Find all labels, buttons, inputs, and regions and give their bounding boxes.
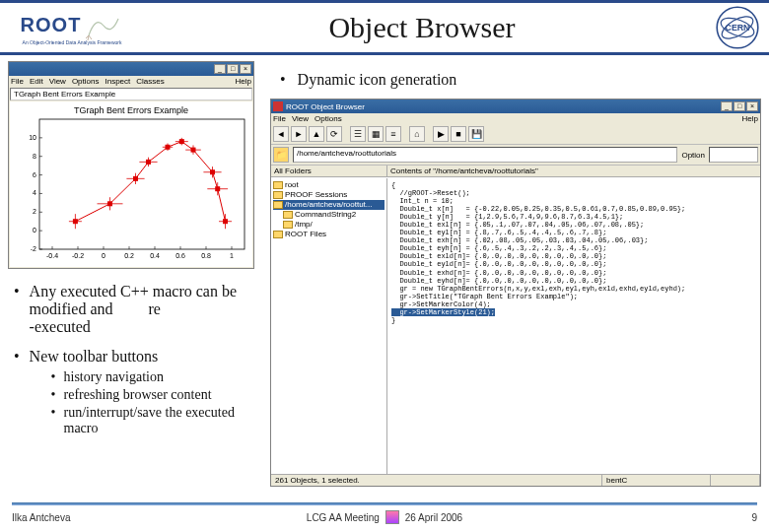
home-icon[interactable]: ⌂ [409,126,425,142]
menu-inspect[interactable]: Inspect [105,77,130,86]
left-bullets: Any executed C++ macro can be modified a… [8,283,262,450]
close-icon[interactable]: × [240,64,251,74]
tree-item[interactable]: CommandString2 [273,210,384,220]
menu-view[interactable]: View [49,77,66,86]
folder-icon [283,211,293,219]
list-view-icon[interactable]: ☰ [350,126,366,142]
bullet-toolbar: New toolbar buttons history navigation r… [14,348,262,438]
svg-text:-2: -2 [31,245,36,252]
forward-button[interactable]: ► [291,126,307,142]
svg-rect-38 [73,219,78,224]
close-icon[interactable]: × [746,101,758,111]
folder-icon [273,231,283,238]
subbullet-run: run/interrupt/save the executed macro [51,405,262,436]
tree-pane-header: All Folders [271,166,387,176]
tree-item[interactable]: /tmp/ [273,220,384,230]
menu-options[interactable]: Options [72,77,100,86]
option-label: Option [681,151,705,160]
svg-text:2: 2 [33,208,36,215]
menu-view[interactable]: View [292,114,309,123]
svg-text:0.6: 0.6 [175,252,185,259]
status-selection: bentC [602,475,711,486]
plot-area: TGraph Bent Errors Example-0.4-0.200.20.… [10,101,252,267]
svg-text:TGraph Bent Errors Example: TGraph Bent Errors Example [74,105,188,115]
menu-edit[interactable]: Edit [30,77,43,86]
address-input[interactable]: /home/antcheva/roottutorials [293,147,677,163]
root-logo-subtitle: An Object-Oriented Data Analysis Framewo… [23,40,122,45]
svg-text:-0.4: -0.4 [46,252,58,259]
svg-rect-4 [39,119,245,249]
lcg-icon [385,510,399,524]
menu-file[interactable]: File [273,114,286,123]
svg-text:1: 1 [230,252,234,259]
svg-text:4: 4 [33,189,36,196]
browser-toolbar: ◄ ► ▲ ⟳ ☰ ▦ ≡ ⌂ ▶ ■ 💾 [271,124,760,145]
folder-icon [283,221,293,229]
svg-text:10: 10 [29,134,36,141]
page-title: Object Browser [138,11,706,44]
status-objects: 261 Objects, 1 selected. [271,475,602,486]
footer-page-number: 9 [509,512,757,523]
svg-rect-53 [179,139,184,144]
graph-titlebar: _ □ × [9,62,253,76]
app-icon [273,101,283,111]
footer-date: 26 April 2006 [405,512,462,523]
browser-statusbar: 261 Objects, 1 selected. bentC [271,474,760,486]
detail-view-icon[interactable]: ≡ [385,126,401,142]
folder-tree[interactable]: rootPROOF Sessions/home/antcheva/roottut… [271,178,387,474]
interrupt-button[interactable]: ■ [451,126,466,142]
browser-title: ROOT Object Browser [286,102,365,111]
footer-author: Ilka Antcheva [12,512,260,523]
menu-help[interactable]: Help [742,114,758,123]
svg-text:0.2: 0.2 [124,252,134,259]
save-macro-button[interactable]: 💾 [468,126,484,142]
macro-code-view[interactable]: { //gROOT->Reset(); Int_t n = 10; Double… [387,178,760,474]
minimize-icon[interactable]: _ [214,64,226,74]
menu-options[interactable]: Options [315,114,342,123]
maximize-icon[interactable]: □ [227,64,239,74]
icon-view-icon[interactable]: ▦ [368,126,384,142]
canvas-title-box: TGraph Bent Errors Example [10,88,252,100]
svg-text:0.8: 0.8 [201,252,211,259]
folder-icon [273,181,283,189]
bullet-dynamic-icon: Dynamic icon generation [280,71,761,89]
tree-item[interactable]: /home/antcheva/roottut... [273,200,384,210]
folder-icon [273,201,283,209]
back-button[interactable]: ◄ [273,126,289,142]
menu-classes[interactable]: Classes [136,77,164,86]
minimize-icon[interactable]: _ [721,101,733,111]
subbullet-history: history navigation [51,369,262,385]
svg-rect-50 [166,145,171,150]
browser-menubar: File View Options Help [271,113,760,124]
svg-rect-41 [107,201,112,206]
up-button[interactable]: ▲ [309,126,324,142]
cern-logo: CERN [706,3,769,52]
bullet-macro: Any executed C++ macro can be modified a… [14,283,262,336]
svg-rect-62 [215,186,220,191]
refresh-button[interactable]: ⟳ [326,126,342,142]
folder-icon [273,191,283,199]
menu-help[interactable]: Help [236,77,251,86]
svg-rect-65 [223,219,228,224]
object-browser-window: ROOT Object Browser _ □ × File View Opti… [270,99,761,487]
content-pane-header: Contents of "/home/antcheva/roottutorial… [387,166,760,176]
root-logo-text: ROOT [21,14,82,36]
maximize-icon[interactable]: □ [734,101,745,111]
svg-text:CERN: CERN [726,23,750,33]
tree-item[interactable]: root [273,180,384,190]
footer-meeting: LCG AA Meeting [307,512,380,523]
tree-item[interactable]: ROOT Files [273,230,384,239]
option-input[interactable] [709,147,758,163]
folder-icon: 📁 [273,147,289,163]
slide-footer: Ilka Antcheva LCG AA Meeting 26 April 20… [0,502,769,532]
browser-addressbar: 📁 /home/antcheva/roottutorials Option [271,145,760,166]
slide-header: ROOT An Object-Oriented Data Analysis Fr… [0,0,769,55]
browser-titlebar: ROOT Object Browser _ □ × [271,100,760,113]
tree-item[interactable]: PROOF Sessions [273,190,384,200]
subbullet-refresh: refreshing browser content [51,387,262,403]
graph-menubar: File Edit View Options Inspect Classes H… [9,76,253,87]
status-extra [711,475,760,486]
run-macro-button[interactable]: ▶ [433,126,449,142]
svg-rect-44 [133,176,138,181]
menu-file[interactable]: File [11,77,24,86]
